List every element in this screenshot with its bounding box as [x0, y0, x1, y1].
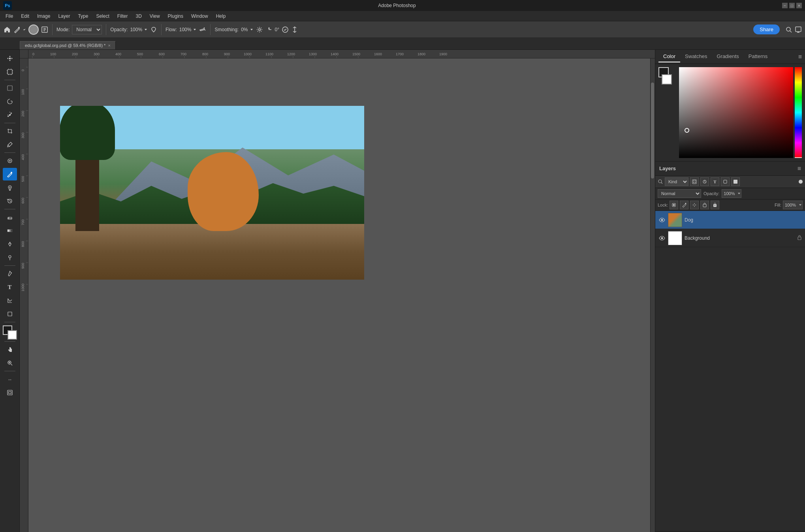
filter-text-icon[interactable]: T	[711, 177, 719, 186]
layer-row-background[interactable]: Background	[655, 229, 805, 247]
gradient-tool[interactable]	[3, 224, 17, 237]
menu-plugins[interactable]: Plugins	[164, 12, 187, 20]
maximize-button[interactable]: □	[789, 3, 795, 8]
toggle-brushes-button[interactable]	[41, 26, 48, 33]
svg-text:1800: 1800	[418, 52, 425, 56]
svg-rect-23	[9, 391, 11, 394]
brush-tool-icon[interactable]	[13, 26, 26, 33]
hue-strip[interactable]	[795, 67, 802, 158]
opacity-value-display[interactable]: 100%	[130, 27, 148, 32]
brush-size-preview[interactable]	[28, 24, 39, 35]
dog-shape	[188, 152, 259, 231]
tab-color[interactable]: Color	[658, 51, 680, 62]
close-button[interactable]: ×	[796, 3, 802, 8]
color-gradient-picker[interactable]	[679, 67, 793, 158]
airbrush-icon[interactable]	[199, 26, 206, 33]
menu-edit[interactable]: Edit	[17, 12, 33, 20]
artboard-tool[interactable]	[3, 66, 17, 78]
svg-rect-90	[695, 180, 696, 181]
menu-window[interactable]: Window	[187, 12, 212, 20]
svg-rect-89	[693, 180, 694, 181]
lock-position-btn[interactable]	[690, 201, 699, 209]
svg-text:1600: 1600	[374, 52, 382, 56]
color-gradient-svg[interactable]	[679, 67, 793, 158]
eraser-tool[interactable]	[3, 211, 17, 224]
menu-image[interactable]: Image	[33, 12, 54, 20]
display-icon[interactable]	[795, 26, 802, 33]
layers-filter-select[interactable]: Kind Name Effect	[665, 177, 688, 186]
pen-tool[interactable]	[3, 267, 17, 280]
search-icon[interactable]	[785, 26, 792, 33]
svg-text:0: 0	[32, 52, 34, 56]
zoom-tool[interactable]	[3, 357, 17, 369]
layer-lock-icon-background	[797, 235, 802, 241]
filter-adjust-icon[interactable]	[700, 177, 709, 186]
filter-shape-icon[interactable]	[721, 177, 730, 186]
shape-tool[interactable]	[3, 308, 17, 320]
hand-tool[interactable]	[3, 343, 17, 356]
stylus-pressure-icon[interactable]	[282, 26, 289, 33]
filter-toggle-dot[interactable]	[799, 180, 803, 184]
menu-3d[interactable]: 3D	[132, 12, 145, 20]
angle-icon[interactable]	[265, 26, 273, 33]
document-tab[interactable]: edu.gcfglobal.org.psd @ 59.4% (RGB/8) * …	[20, 41, 116, 49]
filter-smart-icon[interactable]	[731, 177, 740, 186]
svg-rect-99	[703, 204, 706, 207]
frame-tool[interactable]	[3, 386, 17, 399]
vertical-scrollbar[interactable]	[650, 58, 655, 532]
smoothing-value-display[interactable]: 0%	[241, 27, 253, 32]
canvas-workspace[interactable]	[28, 58, 650, 532]
tab-patterns[interactable]: Patterns	[744, 51, 772, 62]
lock-artboard-btn[interactable]	[700, 201, 709, 209]
pressure-icon[interactable]	[150, 26, 157, 33]
share-button[interactable]: Share	[753, 24, 780, 34]
crop-tool[interactable]	[3, 125, 17, 137]
minimize-button[interactable]: −	[782, 3, 788, 8]
lasso-tool[interactable]	[3, 95, 17, 108]
menu-help[interactable]: Help	[212, 12, 230, 20]
layer-eye-dog[interactable]	[658, 216, 666, 224]
menu-view[interactable]: View	[146, 12, 164, 20]
more-tools[interactable]: ···	[3, 373, 17, 385]
document-tab-close[interactable]: ×	[108, 43, 110, 48]
home-button[interactable]	[3, 26, 11, 34]
history-brush-tool[interactable]	[3, 195, 17, 207]
svg-rect-92	[695, 182, 696, 183]
menu-filter[interactable]: Filter	[113, 12, 132, 20]
dodge-tool[interactable]	[3, 251, 17, 264]
clone-stamp-tool[interactable]	[3, 181, 17, 194]
layer-row-dog[interactable]: Dog	[655, 211, 805, 229]
path-selection-tool[interactable]	[3, 294, 17, 307]
fill-label: Fill:	[775, 203, 781, 207]
blend-mode-select[interactable]: Normal Multiply Screen Overlay Soft Ligh…	[658, 189, 701, 198]
lock-pixels-btn[interactable]	[670, 201, 678, 209]
angle-value-display[interactable]: 0°	[275, 27, 279, 32]
filter-pixel-icon[interactable]	[690, 177, 699, 186]
magic-wand-tool[interactable]	[3, 109, 17, 121]
menu-select[interactable]: Select	[92, 12, 113, 20]
tab-swatches[interactable]: Swatches	[680, 51, 712, 62]
eyedropper-tool[interactable]	[3, 138, 17, 151]
lock-all-btn[interactable]	[711, 201, 719, 209]
symmetry-icon[interactable]	[291, 26, 298, 33]
brush-settings-icon[interactable]	[256, 26, 263, 33]
menu-type[interactable]: Type	[74, 12, 92, 20]
flow-value-display[interactable]: 100%	[179, 27, 197, 32]
menu-layer[interactable]: Layer	[54, 12, 74, 20]
layer-eye-background[interactable]	[658, 235, 666, 242]
background-color-box[interactable]	[8, 330, 17, 340]
blur-tool[interactable]	[3, 238, 17, 250]
bg-color-swatch[interactable]	[662, 74, 672, 85]
lock-paint-btn[interactable]	[680, 201, 688, 209]
color-panel-menu-icon[interactable]: ≡	[798, 53, 802, 60]
selection-tool[interactable]	[3, 82, 17, 94]
scroll-thumb-v[interactable]	[651, 83, 654, 179]
tab-gradients[interactable]: Gradients	[712, 51, 743, 62]
move-tool[interactable]	[3, 52, 17, 65]
heal-tool[interactable]	[3, 154, 17, 167]
text-tool[interactable]: T	[3, 281, 17, 293]
layers-panel-menu-icon[interactable]: ≡	[797, 165, 801, 172]
mode-select[interactable]: Normal Multiply Screen Overlay	[72, 25, 102, 34]
menu-file[interactable]: File	[2, 12, 17, 20]
brush-tool[interactable]	[3, 168, 17, 180]
